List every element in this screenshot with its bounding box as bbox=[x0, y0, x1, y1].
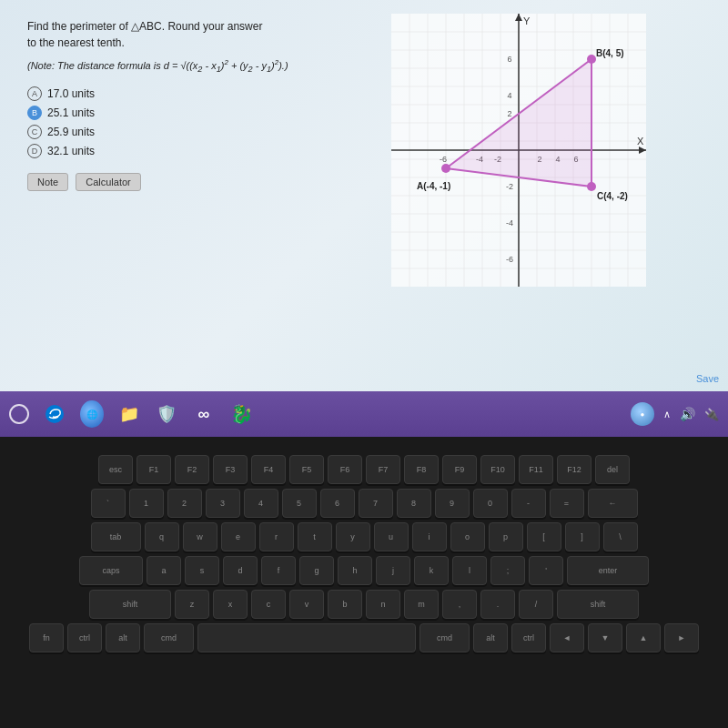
key-3[interactable]: 3 bbox=[206, 489, 240, 518]
key-a[interactable]: a bbox=[147, 556, 181, 585]
key-arrow-down[interactable]: ▼ bbox=[588, 623, 622, 652]
key-w[interactable]: w bbox=[183, 522, 217, 551]
key-f9[interactable]: F9 bbox=[442, 455, 477, 484]
calculator-button[interactable]: Calculator bbox=[76, 173, 141, 191]
key-tab[interactable]: tab bbox=[91, 522, 141, 551]
key-semicolon[interactable]: ; bbox=[490, 556, 525, 585]
taskbar-globe-tray[interactable]: ● bbox=[631, 402, 654, 426]
key-f10[interactable]: F10 bbox=[480, 455, 515, 484]
key-ctrl[interactable]: ctrl bbox=[67, 623, 102, 652]
key-arrow-right[interactable]: ► bbox=[664, 623, 699, 652]
key-f3[interactable]: F3 bbox=[213, 455, 248, 484]
key-u[interactable]: u bbox=[374, 522, 409, 551]
key-minus[interactable]: - bbox=[511, 489, 546, 518]
key-backtick[interactable]: ` bbox=[91, 489, 126, 518]
taskbar-app-icon[interactable]: 🐉 bbox=[229, 402, 253, 426]
key-k[interactable]: k bbox=[414, 556, 449, 585]
keyboard-row-numbers: ` 1 2 3 4 5 6 7 8 9 0 - = ← bbox=[23, 489, 705, 518]
key-7[interactable]: 7 bbox=[359, 489, 393, 518]
taskbar-search-icon[interactable] bbox=[9, 404, 29, 424]
choice-b[interactable]: B 25.1 units bbox=[27, 106, 300, 120]
key-period[interactable]: . bbox=[480, 590, 515, 619]
key-b[interactable]: b bbox=[328, 590, 362, 619]
key-shift-left[interactable]: shift bbox=[89, 590, 171, 619]
key-e[interactable]: e bbox=[221, 522, 256, 551]
key-f11[interactable]: F11 bbox=[519, 455, 553, 484]
key-o[interactable]: o bbox=[450, 522, 485, 551]
key-quote[interactable]: ' bbox=[529, 556, 563, 585]
key-8[interactable]: 8 bbox=[397, 489, 431, 518]
key-fn[interactable]: fn bbox=[29, 623, 64, 652]
key-ctrl-right[interactable]: ctrl bbox=[511, 623, 546, 652]
key-backslash[interactable]: \ bbox=[603, 522, 638, 551]
key-equals[interactable]: = bbox=[550, 489, 584, 518]
key-alt-right[interactable]: alt bbox=[473, 623, 508, 652]
key-i[interactable]: i bbox=[412, 522, 447, 551]
key-f4[interactable]: F4 bbox=[251, 455, 286, 484]
key-t[interactable]: t bbox=[298, 522, 332, 551]
choice-a[interactable]: A 17.0 units bbox=[27, 86, 300, 101]
key-y[interactable]: y bbox=[336, 522, 370, 551]
key-slash[interactable]: / bbox=[519, 590, 553, 619]
key-f8[interactable]: F8 bbox=[404, 455, 439, 484]
key-caps[interactable]: caps bbox=[79, 556, 143, 585]
graph-area: X Y -6 -4 -2 2 4 6 -6 -4 -2 2 4 6 bbox=[328, 9, 710, 382]
key-1[interactable]: 1 bbox=[129, 489, 164, 518]
key-6[interactable]: 6 bbox=[320, 489, 355, 518]
key-cmd-right[interactable]: cmd bbox=[420, 623, 470, 652]
key-4[interactable]: 4 bbox=[244, 489, 278, 518]
key-d[interactable]: d bbox=[223, 556, 258, 585]
key-x[interactable]: x bbox=[213, 590, 248, 619]
key-f[interactable]: f bbox=[261, 556, 296, 585]
key-arrow-left[interactable]: ◄ bbox=[550, 623, 584, 652]
key-f1[interactable]: F1 bbox=[136, 455, 171, 484]
key-m[interactable]: m bbox=[404, 590, 439, 619]
key-f5[interactable]: F5 bbox=[289, 455, 324, 484]
taskbar-globe-icon[interactable]: 🌐 bbox=[80, 402, 104, 426]
key-cmd-left[interactable]: cmd bbox=[144, 623, 194, 652]
key-5[interactable]: 5 bbox=[282, 489, 317, 518]
key-j[interactable]: j bbox=[376, 556, 410, 585]
key-shift-right[interactable]: shift bbox=[557, 590, 639, 619]
key-enter[interactable]: enter bbox=[567, 556, 649, 585]
choice-c[interactable]: C 25.9 units bbox=[27, 125, 300, 139]
taskbar-battery-icon[interactable]: 🔌 bbox=[704, 408, 719, 421]
key-del[interactable]: del bbox=[595, 455, 630, 484]
taskbar-browser-icon[interactable] bbox=[43, 402, 66, 426]
key-backspace[interactable]: ← bbox=[588, 489, 638, 518]
taskbar-volume-icon[interactable]: 🔊 bbox=[680, 407, 695, 421]
note-button[interactable]: Note bbox=[27, 173, 68, 191]
key-rbracket[interactable]: ] bbox=[565, 522, 600, 551]
key-esc[interactable]: esc bbox=[98, 455, 133, 484]
taskbar-chevron-icon[interactable]: ∧ bbox=[663, 409, 671, 420]
key-r[interactable]: r bbox=[259, 522, 294, 551]
key-p[interactable]: p bbox=[489, 522, 523, 551]
key-f6[interactable]: F6 bbox=[328, 455, 362, 484]
key-9[interactable]: 9 bbox=[435, 489, 470, 518]
save-button[interactable]: Save bbox=[696, 373, 719, 384]
key-s[interactable]: s bbox=[185, 556, 219, 585]
key-g[interactable]: g bbox=[299, 556, 334, 585]
key-q[interactable]: q bbox=[145, 522, 179, 551]
key-l[interactable]: l bbox=[452, 556, 487, 585]
key-0[interactable]: 0 bbox=[473, 489, 508, 518]
key-c[interactable]: c bbox=[251, 590, 286, 619]
key-n[interactable]: n bbox=[366, 590, 400, 619]
key-alt-left[interactable]: alt bbox=[106, 623, 140, 652]
key-2[interactable]: 2 bbox=[167, 489, 202, 518]
taskbar-shield-icon[interactable]: 🛡️ bbox=[155, 402, 178, 426]
taskbar-file-icon[interactable]: 📁 bbox=[117, 402, 141, 426]
key-comma[interactable]: , bbox=[442, 590, 477, 619]
key-arrow-up[interactable]: ▲ bbox=[626, 623, 661, 652]
key-f7[interactable]: F7 bbox=[366, 455, 400, 484]
key-f2[interactable]: F2 bbox=[175, 455, 209, 484]
key-v[interactable]: v bbox=[289, 590, 324, 619]
key-f12[interactable]: F12 bbox=[557, 455, 592, 484]
key-space[interactable] bbox=[197, 623, 416, 652]
taskbar-infinity-icon[interactable]: ∞ bbox=[192, 402, 216, 426]
key-lbracket[interactable]: [ bbox=[527, 522, 561, 551]
key-h[interactable]: h bbox=[338, 556, 372, 585]
choice-d[interactable]: D 32.1 units bbox=[27, 144, 300, 158]
answer-choices: A 17.0 units B 25.1 units C 25.9 units D… bbox=[27, 86, 300, 158]
key-z[interactable]: z bbox=[175, 590, 209, 619]
